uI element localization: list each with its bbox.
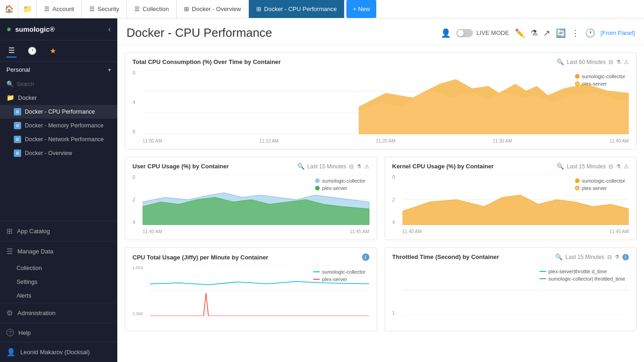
clock-icon[interactable]: 🕐 [585, 28, 595, 38]
sidebar-item-memory[interactable]: ⊞ Docker - Memory Performance [0, 119, 117, 132]
export-icon[interactable]: ⊟ [609, 163, 613, 170]
sidebar-sub-settings[interactable]: Settings [0, 275, 117, 289]
info-icon[interactable]: i [362, 253, 369, 261]
chart-svg-area [402, 265, 629, 316]
panel-throttled: Throttled Time (Second) by Container 🔍 L… [385, 247, 637, 331]
share-icon[interactable]: ↗ [543, 28, 550, 38]
item-grid-icon: ⊞ [14, 136, 21, 143]
dashboard: Total CPU Consumption (%) Over Time by C… [117, 45, 644, 339]
zoom-icon[interactable]: 🔍 [297, 163, 305, 170]
zoom-icon[interactable]: 🔍 [557, 163, 564, 170]
y-labels: 8 4 0 [132, 70, 143, 134]
y-labels: 4 2 0 [132, 174, 143, 225]
help-icon: ? [6, 329, 14, 336]
tab-account[interactable]: ☰ Account [37, 0, 82, 18]
tab-docker-cpu[interactable]: ⊞ Docker - CPU Performance [249, 0, 345, 18]
panel-time-range: Last 15 Minutes ⊟ ⚗ ⚠ [307, 163, 369, 170]
total-cpu-chart: sumologic-collector plex-server 8 4 0 [132, 70, 629, 144]
tab-docker-overview[interactable]: ⊞ Docker - Overview [177, 0, 249, 18]
tab-label: Docker - CPU Performance [264, 6, 337, 12]
sidebar-tab-history[interactable]: 🕐 [26, 45, 39, 57]
tab-security[interactable]: ☰ Security [82, 0, 127, 18]
sidebar-search[interactable]: 🔍 Search [0, 78, 117, 90]
sidebar-tab-favorites[interactable]: ★ [48, 45, 58, 57]
tab-label: Security [98, 6, 119, 12]
filter-icon[interactable]: ⚗ [356, 163, 362, 170]
chevron-down-icon: ▾ [108, 67, 111, 73]
manage-data-icon: ☰ [6, 247, 13, 256]
live-mode-toggle[interactable]: LIVE MODE [456, 29, 509, 37]
files-tab[interactable]: 📁 [18, 0, 37, 18]
panel-user-cpu-header: User CPU Usage (%) by Container 🔍 Last 1… [132, 163, 369, 170]
sidebar-item-help[interactable]: ? Help [0, 323, 117, 342]
filter-icon[interactable]: ⚗ [616, 59, 621, 65]
collection-label: Collection [17, 265, 42, 271]
item-grid-icon: ⊞ [14, 108, 21, 115]
docker-folder[interactable]: 📁 Docker [0, 90, 117, 105]
folder-icon: 📁 [6, 94, 14, 101]
tab-label: Collection [143, 6, 169, 12]
sidebar-item-user[interactable]: 👤 Leonid Makarov (Docksal) [0, 342, 117, 362]
content-header: Docker - CPU Performance 👤 LIVE MODE ✏️ … [117, 18, 644, 45]
y-labels: 4 2 0 [392, 174, 402, 225]
kernel-cpu-chart: sumologic-collector plex-server 4 2 0 [392, 174, 629, 234]
alerts-label: Alerts [17, 293, 31, 299]
zoom-icon[interactable]: 🔍 [555, 253, 563, 260]
sidebar: ● sumologic® ‹ ☰ 🕐 ★ Personal ▾ 🔍 Search… [0, 18, 117, 362]
sidebar-sub-collection[interactable]: Collection [0, 261, 117, 275]
cpu-jiffy-chart: sumologic-collector plex-server 2,360 1,… [132, 265, 369, 325]
user-icon: 👤 [6, 348, 16, 356]
edit-icon[interactable]: ✏️ [515, 28, 525, 38]
filter-icon[interactable]: ⚗ [615, 254, 620, 260]
sidebar-item-label: Docker - Network Performance [25, 136, 104, 143]
export-icon[interactable]: ⊟ [607, 254, 612, 260]
panel-total-cpu-title: Total CPU Consumption (%) Over Time by C… [132, 58, 554, 65]
back-button[interactable]: ‹ [108, 24, 111, 34]
sidebar-item-cpu[interactable]: ⊞ Docker - CPU Performance [0, 105, 117, 119]
sidebar-tab-recent[interactable]: ☰ [6, 44, 17, 57]
panel-cpu-jiffy-title: CPU Total Usage (Jiffy) per Minute by Co… [132, 254, 359, 261]
filter-icon[interactable]: ⚗ [616, 163, 621, 170]
x-labels: 11:40 AM 11:45 AM [143, 229, 369, 234]
more-icon[interactable]: ⋮ [571, 28, 580, 38]
user-cpu-chart: sumologic-collector plex-server 4 2 0 [132, 174, 369, 234]
export-icon[interactable]: ⊟ [349, 163, 354, 170]
tab-icon: ☰ [134, 6, 140, 12]
panel-user-cpu-title: User CPU Usage (%) by Container [132, 163, 294, 170]
panel-time-range: Last 15 Minutes ⊟ ⚗ ⚠ [567, 163, 629, 170]
warning-icon[interactable]: ⚠ [364, 163, 369, 170]
chart-svg-area [143, 70, 629, 134]
toggle-knob [457, 30, 464, 36]
help-label: Help [18, 329, 31, 336]
panel-kernel-cpu-title: Kernel CPU Usage (%) by Container [392, 163, 554, 170]
from-panel-label[interactable]: [From Panel] [601, 29, 635, 36]
chart-svg-area [150, 265, 369, 316]
refresh-icon[interactable]: 🔄 [556, 28, 566, 38]
sidebar-sub-alerts[interactable]: Alerts [0, 289, 117, 303]
tab-collection[interactable]: ☰ Collection [127, 0, 177, 18]
panels-row-3: CPU Total Usage (Jiffy) per Minute by Co… [125, 247, 637, 331]
sidebar-personal-section[interactable]: Personal ▾ [0, 62, 117, 78]
tab-icon: ☰ [89, 6, 95, 12]
home-tab[interactable]: 🏠 [0, 0, 18, 18]
export-icon[interactable]: ⊟ [609, 59, 613, 65]
header-actions: 👤 LIVE MODE ✏️ ⚗ ↗ 🔄 ⋮ 🕐 [From Panel] [441, 28, 635, 38]
item-grid-icon: ⊞ [14, 122, 21, 129]
sidebar-item-manage-data[interactable]: ☰ Manage Data [0, 241, 117, 261]
panel-cpu-jiffy-header: CPU Total Usage (Jiffy) per Minute by Co… [132, 253, 369, 261]
sidebar-item-administration[interactable]: ⚙ Administration [0, 303, 117, 323]
info-icon[interactable]: i [622, 254, 629, 260]
sidebar-item-label: Docker - CPU Performance [25, 109, 95, 115]
sidebar-item-network[interactable]: ⊞ Docker - Network Performance [0, 132, 117, 146]
sidebar-item-overview[interactable]: ⊞ Docker - Overview [0, 146, 117, 160]
search-icon: 🔍 [6, 80, 14, 87]
zoom-icon[interactable]: 🔍 [557, 58, 564, 65]
filter-icon[interactable]: ⚗ [530, 28, 538, 38]
live-mode-label: LIVE MODE [477, 29, 509, 36]
warning-icon[interactable]: ⚠ [624, 59, 629, 65]
sidebar-item-app-catalog[interactable]: ⊞ App Catalog [0, 221, 117, 241]
toggle-switch[interactable] [456, 29, 473, 37]
warning-icon[interactable]: ⚠ [624, 163, 629, 170]
chart-svg-area [143, 174, 369, 225]
new-button[interactable]: + New [346, 0, 376, 18]
